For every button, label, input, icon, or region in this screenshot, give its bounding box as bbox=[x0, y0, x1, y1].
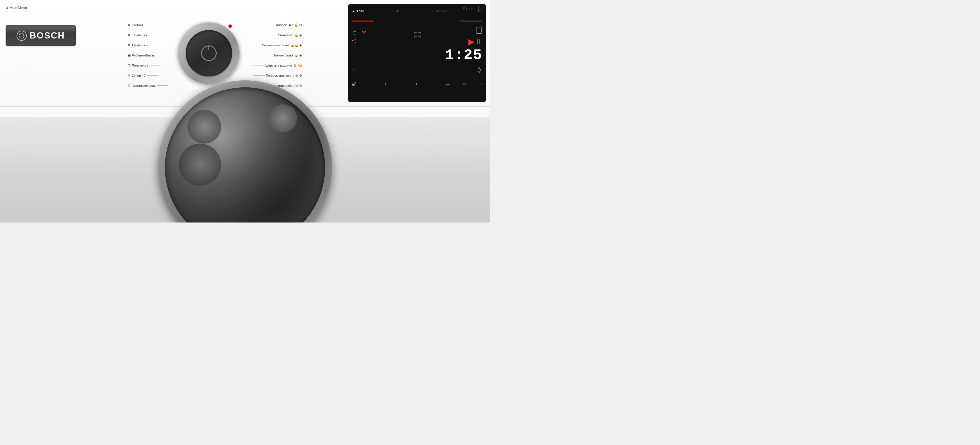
program-item[interactable]: ◎ Супер 40' bbox=[127, 74, 168, 78]
sun-large-svg bbox=[476, 67, 482, 73]
dial-outer-ring bbox=[178, 22, 240, 84]
left-programs-list: ❋ Костюм ❋ 5 Рубашек ❋ 1 Рубашка bbox=[127, 19, 175, 87]
program-item[interactable]: Шерсть в корзине 🔒 🧺 bbox=[250, 64, 302, 67]
volume-icon[interactable]: 🔊 bbox=[352, 82, 356, 86]
timer-display: 1:25 bbox=[445, 47, 482, 64]
program-icon: ❋ bbox=[127, 23, 130, 27]
display-bottom-controls-row: 🔊 ☀ ✦ — ⊙ + bbox=[352, 78, 482, 87]
serie-text: Serie bbox=[463, 6, 476, 11]
program-connector-line bbox=[147, 75, 159, 76]
program-label: Супер 40' bbox=[132, 74, 146, 77]
serie-label: Serie 8 bbox=[463, 5, 485, 12]
program-label: Смешанное бельё 🔒🔒 bbox=[262, 43, 298, 47]
grid-svg bbox=[414, 32, 422, 40]
time-option-3sec[interactable]: ☁ 3 сек. bbox=[352, 9, 365, 13]
program-item[interactable]: ▣ Рубашки/Блузы bbox=[127, 53, 168, 57]
time-option-120min-label: 120' bbox=[441, 9, 447, 13]
program-icon: ⊞ bbox=[127, 84, 130, 87]
program-icon: ⊙ bbox=[299, 84, 302, 87]
drum-item-1 bbox=[188, 110, 221, 143]
drum-item-3 bbox=[269, 104, 297, 132]
svg-point-10 bbox=[478, 68, 481, 72]
display-brightness-row bbox=[352, 66, 482, 76]
autoclean-label: ↺ AutoClean bbox=[6, 6, 76, 10]
svg-line-17 bbox=[481, 68, 481, 68]
time-option-120min[interactable]: ↻ 120' bbox=[437, 9, 447, 13]
program-item[interactable]: ⊞ Чувствительная bbox=[127, 84, 168, 87]
program-connector-line bbox=[144, 25, 155, 25]
bosch-logo-icon bbox=[17, 31, 27, 41]
bosch-brand-name: BOSCH bbox=[30, 30, 65, 41]
program-item[interactable]: Тонкое бельё 🔒 ◈ bbox=[250, 53, 302, 57]
time-option-3sec-label: 3 сек. bbox=[356, 9, 365, 13]
grid-icon[interactable] bbox=[414, 32, 422, 41]
divider bbox=[401, 80, 401, 87]
program-label: Полотенца bbox=[132, 64, 148, 67]
svg-line-16 bbox=[481, 72, 481, 72]
program-icon: ◈ bbox=[299, 43, 302, 47]
power-icon bbox=[201, 46, 216, 61]
program-item[interactable]: ▢ Полотенца bbox=[127, 64, 168, 67]
autoclean-icon: ↺ bbox=[6, 6, 8, 10]
dial-red-indicator bbox=[228, 24, 232, 28]
program-connector-line bbox=[264, 25, 275, 25]
program-label: Синтетика 🔒 bbox=[278, 33, 298, 37]
program-icon: ◈ bbox=[299, 53, 302, 57]
wifi-svg bbox=[361, 30, 367, 34]
status-bar-active bbox=[352, 21, 374, 22]
plus-button[interactable]: + bbox=[480, 82, 482, 86]
program-connector-line bbox=[150, 65, 161, 65]
program-item[interactable]: Синтетика 🔒 ◈ bbox=[250, 33, 302, 37]
program-icon: ❋ bbox=[127, 33, 130, 37]
sun-small-icon[interactable] bbox=[352, 67, 356, 74]
program-label: Чувствительная bbox=[132, 84, 156, 87]
program-item[interactable]: По времени: тепло ⊙ ⊙ bbox=[250, 74, 302, 78]
svg-rect-4 bbox=[418, 36, 421, 39]
program-item[interactable]: Хлопок Эко 🔒 ◻ bbox=[250, 23, 302, 27]
play-pause-button[interactable]: ▶⏸ bbox=[468, 37, 482, 46]
program-item[interactable]: ❋ 1 Рубашка bbox=[127, 43, 168, 47]
divider bbox=[421, 8, 421, 14]
program-icon: ❋ bbox=[127, 43, 130, 47]
program-connector-line bbox=[250, 45, 261, 45]
brightness-adjust-icon[interactable]: ☀ bbox=[384, 82, 387, 86]
phone-notification-icon: 📲 bbox=[352, 38, 356, 43]
program-connector-line bbox=[261, 55, 272, 56]
program-item[interactable]: ❋ 5 Рубашек bbox=[127, 33, 168, 37]
time-option-60min-label: 60' bbox=[401, 9, 405, 13]
display-status-bars-row bbox=[352, 19, 482, 23]
shirt-icon bbox=[476, 26, 482, 35]
clock-icon: ⊙ bbox=[463, 82, 466, 86]
program-label: Костюм bbox=[132, 23, 143, 27]
program-dial[interactable] bbox=[178, 22, 240, 84]
wifi-icon[interactable] bbox=[361, 30, 367, 36]
svg-line-15 bbox=[477, 68, 478, 68]
display-panel: ☁ 3 сек. ↻ 60' ↻ 120' 〰 bbox=[348, 4, 486, 102]
program-label: Хлопок Эко 🔒 bbox=[276, 23, 298, 27]
program-label: 5 Рубашек bbox=[132, 33, 148, 37]
steam-icon: ☁ bbox=[352, 9, 355, 13]
program-label: Авто выбор ⊙ bbox=[277, 84, 298, 87]
program-label: 1 Рубашка bbox=[132, 43, 148, 47]
sun-large-icon[interactable] bbox=[476, 67, 482, 75]
minus-button[interactable]: — bbox=[445, 82, 450, 86]
mobile-icon[interactable]: 📱 bbox=[352, 30, 358, 36]
right-programs-list: Хлопок Эко 🔒 ◻ Синтетика 🔒 ◈ Смешанное б… bbox=[242, 19, 302, 87]
program-item[interactable]: Смешанное бельё 🔒🔒 ◈ bbox=[250, 43, 302, 47]
refresh-icon-2: ↻ bbox=[437, 9, 440, 13]
program-icon: 🧺 bbox=[298, 64, 302, 67]
time-option-60min[interactable]: ↻ 60' bbox=[397, 9, 405, 13]
sun-small-svg bbox=[352, 67, 356, 73]
sun-icon[interactable]: ✦ bbox=[415, 82, 418, 86]
program-connector-line bbox=[253, 75, 265, 76]
program-item[interactable]: ❋ Костюм bbox=[127, 23, 168, 27]
bosch-logo-box: BOSCH bbox=[6, 25, 76, 46]
program-icon: ⊙ bbox=[299, 74, 302, 78]
program-icon: ▣ bbox=[127, 53, 130, 57]
program-connector-line bbox=[149, 45, 160, 45]
drum-section bbox=[0, 117, 490, 222]
program-icon: ▢ bbox=[127, 64, 130, 67]
left-section: ↺ AutoClean BOSCH bbox=[0, 0, 81, 106]
bosch-circle-icon bbox=[19, 33, 25, 39]
program-label: Шерсть в корзине 🔒 bbox=[265, 64, 297, 67]
